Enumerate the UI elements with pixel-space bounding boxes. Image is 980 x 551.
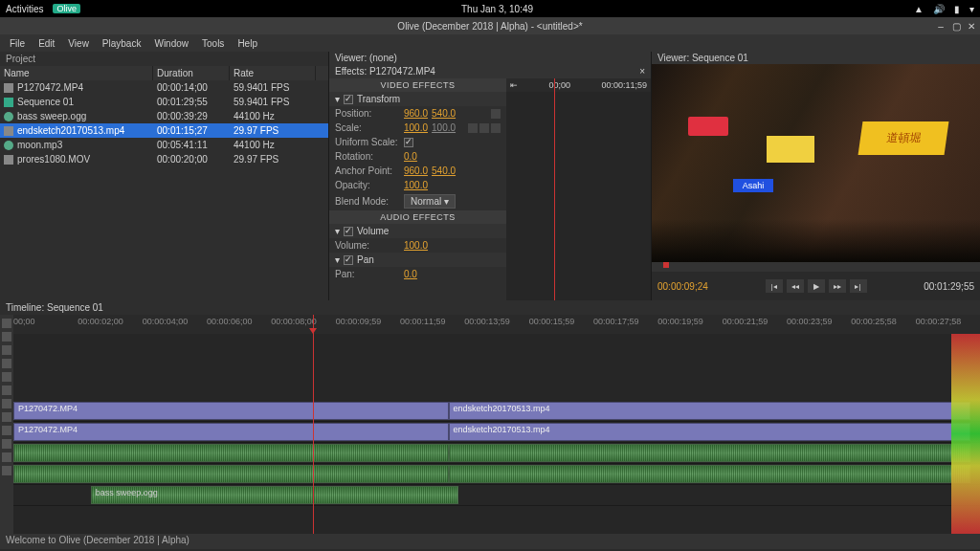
audio-track-3[interactable]: bass sweep.ogg bbox=[13, 485, 980, 506]
keyframe-add-button[interactable] bbox=[479, 123, 489, 133]
menu-help[interactable]: Help bbox=[232, 36, 263, 51]
anchor-x[interactable]: 960.0 bbox=[404, 165, 428, 176]
step-fwd-button[interactable]: ▸▸ bbox=[829, 279, 846, 293]
goto-start-button[interactable]: |◂ bbox=[766, 279, 783, 293]
zoom-tool[interactable] bbox=[2, 439, 11, 449]
anchor-y[interactable]: 540.0 bbox=[432, 165, 456, 176]
volume-icon[interactable]: 🔊 bbox=[933, 4, 945, 14]
snap-toggle[interactable] bbox=[2, 426, 11, 435]
scale-y[interactable]: 100.0 bbox=[432, 122, 456, 133]
pan-value[interactable]: 0.0 bbox=[404, 269, 417, 279]
clip-v2a[interactable]: P1270472.MP4 bbox=[13, 423, 449, 441]
col-duration[interactable]: Duration bbox=[153, 66, 230, 80]
position-x[interactable]: 960.0 bbox=[404, 108, 428, 119]
clip-v1b[interactable]: endsketch20170513.mp4 bbox=[449, 402, 970, 420]
program-viewer-title: Viewer: Sequence 01 bbox=[657, 53, 748, 63]
rotation-value[interactable]: 0.0 bbox=[404, 151, 417, 162]
ripple-tool[interactable] bbox=[2, 345, 11, 355]
timeline-playhead[interactable] bbox=[313, 315, 314, 534]
blend-mode-dropdown[interactable]: Normal ▾ bbox=[404, 194, 456, 209]
clip-a1b[interactable] bbox=[449, 444, 970, 462]
clip-a1a[interactable] bbox=[13, 444, 449, 462]
add-track-button[interactable] bbox=[2, 466, 11, 475]
slide-tool[interactable] bbox=[2, 386, 11, 395]
project-item[interactable]: P1270472.MP400:00:14;0059.9401 FPS bbox=[0, 80, 328, 95]
clip-a2a[interactable] bbox=[13, 465, 449, 483]
goto-end-button[interactable]: ▸| bbox=[850, 279, 867, 293]
project-item[interactable]: endsketch20170513.mp400:01:15;2729.97 FP… bbox=[0, 123, 328, 138]
app-indicator[interactable]: Olive bbox=[53, 4, 80, 13]
ruler-tick: 00:00:15;59 bbox=[529, 317, 575, 326]
clip-v1a[interactable]: P1270472.MP4 bbox=[13, 402, 449, 420]
audio-file-icon bbox=[4, 112, 13, 121]
source-viewer-title: Viewer: (none) bbox=[335, 53, 397, 63]
project-list[interactable]: P1270472.MP400:00:14;0059.9401 FPSSequen… bbox=[0, 80, 328, 300]
scale-x[interactable]: 100.0 bbox=[404, 122, 428, 133]
volume-group[interactable]: ▾Volume bbox=[329, 224, 506, 238]
goto-start-icon[interactable]: ⇤ bbox=[510, 80, 518, 90]
opacity-value[interactable]: 100.0 bbox=[404, 180, 428, 190]
current-timecode[interactable]: 00:00:09;24 bbox=[657, 281, 708, 292]
menu-file[interactable]: File bbox=[4, 36, 31, 51]
window-maximize-button[interactable]: ▢ bbox=[951, 21, 961, 31]
clip-a2b[interactable] bbox=[449, 465, 970, 483]
transform-enable-checkbox[interactable] bbox=[344, 95, 353, 104]
audio-track-2[interactable] bbox=[13, 464, 980, 485]
ruler-tick: 00:00:27;58 bbox=[916, 317, 962, 326]
video-track-2[interactable]: P1270472.MP4 endsketch20170513.mp4 bbox=[13, 422, 980, 443]
hand-tool[interactable] bbox=[2, 399, 11, 408]
effects-playhead[interactable] bbox=[554, 78, 555, 300]
viewer-scrub-bar[interactable] bbox=[652, 262, 980, 272]
menu-view[interactable]: View bbox=[62, 36, 95, 51]
keyframe-button[interactable] bbox=[491, 109, 501, 119]
viewer-canvas[interactable]: 道頓堀Asahi bbox=[652, 64, 980, 262]
window-close-button[interactable]: ✕ bbox=[967, 21, 976, 31]
transform-group[interactable]: ▾ Transform bbox=[329, 92, 506, 106]
opacity-label: Opacity: bbox=[335, 180, 400, 190]
audio-track-1[interactable] bbox=[13, 443, 980, 464]
play-button[interactable]: ▶ bbox=[808, 279, 825, 293]
keyframe-prev-button[interactable] bbox=[468, 123, 478, 133]
uniform-scale-checkbox[interactable] bbox=[404, 138, 413, 147]
col-rate[interactable]: Rate bbox=[230, 66, 316, 80]
volume-value[interactable]: 100.0 bbox=[404, 240, 428, 251]
effects-title: Effects: P1270472.MP4 bbox=[335, 66, 435, 77]
transition-tool[interactable] bbox=[2, 412, 11, 422]
video-file-icon bbox=[4, 83, 13, 93]
project-item[interactable]: bass sweep.ogg00:00:39:2944100 Hz bbox=[0, 109, 328, 123]
battery-icon[interactable]: ▮ bbox=[954, 4, 960, 14]
timeline-ruler[interactable]: 00;0000:00:02;0000:00:04;0000:00:06;0000… bbox=[13, 315, 980, 334]
effects-panel: Viewer: (none) Effects: P1270472.MP4 Eff… bbox=[328, 52, 652, 300]
keyframe-next-button[interactable] bbox=[491, 123, 501, 133]
menu-edit[interactable]: Edit bbox=[33, 36, 60, 51]
project-item[interactable]: Sequence 0100:01:29;5559.9401 FPS bbox=[0, 95, 328, 109]
slip-tool[interactable] bbox=[2, 372, 11, 382]
razor-tool[interactable] bbox=[2, 359, 11, 368]
pointer-tool[interactable] bbox=[2, 319, 11, 328]
menu-window[interactable]: Window bbox=[148, 36, 194, 51]
pan-enable-checkbox[interactable] bbox=[344, 255, 353, 265]
window-minimize-button[interactable]: – bbox=[936, 21, 946, 31]
effects-keyframe-area[interactable]: ⇤ 00;00 00:00:11;59 bbox=[506, 78, 651, 300]
project-item[interactable]: prores1080.MOV00:00:20;0029.97 FPS bbox=[0, 152, 328, 166]
video-track-1[interactable]: P1270472.MP4 endsketch20170513.mp4 bbox=[13, 401, 980, 422]
uniform-scale-label: Uniform Scale: bbox=[335, 137, 400, 147]
edit-tool[interactable] bbox=[2, 332, 11, 342]
effects-close-icon[interactable]: × bbox=[639, 66, 645, 77]
record-button[interactable] bbox=[2, 452, 11, 462]
col-name[interactable]: Name bbox=[0, 66, 153, 80]
clip-v2b[interactable]: endsketch20170513.mp4 bbox=[449, 423, 970, 441]
power-icon[interactable]: ▾ bbox=[969, 4, 974, 14]
project-item[interactable]: moon.mp300:05:41:1144100 Hz bbox=[0, 138, 328, 152]
duration-timecode: 00:01:29;55 bbox=[924, 281, 974, 292]
menu-playback[interactable]: Playback bbox=[97, 36, 147, 51]
volume-enable-checkbox[interactable] bbox=[344, 227, 353, 236]
step-back-button[interactable]: ◂◂ bbox=[787, 279, 804, 293]
pan-group[interactable]: ▾Pan bbox=[329, 253, 506, 267]
position-y[interactable]: 540.0 bbox=[432, 108, 456, 119]
menu-tools[interactable]: Tools bbox=[196, 36, 230, 51]
activities-button[interactable]: Activities bbox=[6, 4, 43, 14]
network-icon[interactable]: ▲ bbox=[914, 4, 924, 14]
clip-a3[interactable]: bass sweep.ogg bbox=[91, 486, 458, 504]
timeline-tracks[interactable]: 00;0000:00:02;0000:00:04;0000:00:06;0000… bbox=[13, 315, 980, 534]
